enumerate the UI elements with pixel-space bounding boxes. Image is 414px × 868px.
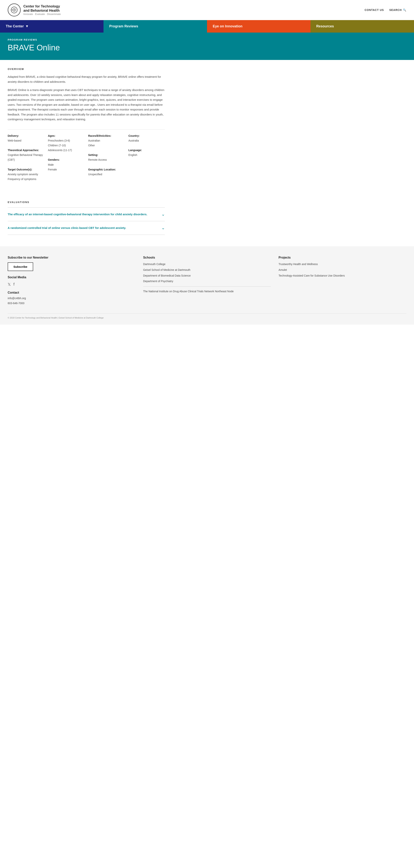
page-title: BRAVE Online bbox=[8, 43, 406, 52]
target-value-2: Frequency of symptoms bbox=[8, 177, 44, 182]
delivery-label: Delivery: bbox=[8, 133, 44, 138]
theoretical-value: Cognitive Behavioral Therapy (CBT) bbox=[8, 153, 44, 162]
contact-label: Contact bbox=[8, 291, 136, 294]
setting-label: Setting: bbox=[88, 153, 125, 157]
footer-grid: Subscribe to our Newsletter Subscribe So… bbox=[8, 256, 406, 306]
schools-title: Schools bbox=[143, 256, 271, 259]
country-value: Australia bbox=[128, 138, 165, 143]
logo-icon bbox=[8, 3, 21, 17]
genders-value-1: Male bbox=[48, 162, 84, 167]
evaluations-section-title: Evaluations bbox=[8, 201, 165, 204]
logo-text: Center for Technologyand Behavioral Heal… bbox=[23, 4, 61, 15]
chevron-down-icon-2: ⌄ bbox=[161, 225, 165, 230]
target-label: Target Outcome(s): bbox=[8, 167, 44, 172]
detail-ages: Ages: Preschoolers (3-6) Children (7-10)… bbox=[48, 133, 84, 182]
site-footer: Subscribe to our Newsletter Subscribe So… bbox=[0, 246, 414, 324]
nav-label-the-center: The Center bbox=[6, 24, 24, 28]
school-link-2[interactable]: Geisel School of Medicine at Dartmouth bbox=[143, 268, 271, 272]
evaluation-link-2[interactable]: A randomized controlled trial of online … bbox=[8, 226, 161, 230]
chevron-down-icon-1: ⌄ bbox=[161, 212, 165, 217]
footer-col-projects: Projects Trustworthy Health and Wellness… bbox=[278, 256, 406, 306]
footer-col-schools: Schools Dartmouth College Geisel School … bbox=[143, 256, 271, 306]
nav-item-eye-on-innovation[interactable]: Eye on Innovation bbox=[207, 20, 310, 33]
ages-label: Ages: bbox=[48, 133, 84, 138]
school-link-5[interactable]: The National Institute on Drug Abuse Cli… bbox=[143, 289, 271, 293]
header-navigation: CONTACT US SEARCH 🔍 bbox=[364, 8, 406, 11]
nav-label-program-reviews: Program Reviews bbox=[109, 24, 138, 28]
language-label: Language: bbox=[128, 148, 165, 153]
dropdown-arrow-icon: ▼ bbox=[25, 24, 29, 28]
footer-col-newsletter: Subscribe to our Newsletter Subscribe So… bbox=[8, 256, 136, 306]
setting-value: Remote Access bbox=[88, 157, 125, 162]
contact-us-link[interactable]: CONTACT US bbox=[364, 8, 384, 11]
detail-races: Races/Ethnicities: Australian Other Sett… bbox=[88, 133, 125, 182]
geographic-label: Geographic Location: bbox=[88, 167, 125, 172]
overview-paragraph-2: BRAVE Online is a trans-diagnostic progr… bbox=[8, 88, 165, 122]
projects-title: Projects bbox=[278, 256, 406, 259]
search-label: SEARCH bbox=[389, 8, 402, 11]
twitter-icon[interactable]: 𝕏 bbox=[8, 282, 11, 287]
search-button[interactable]: SEARCH 🔍 bbox=[389, 8, 406, 11]
overview-paragraph-1: Adapted from BRAVE, a clinic-based cogni… bbox=[8, 74, 165, 84]
contact-email: info@c4tbh.org bbox=[8, 296, 136, 301]
hero-section: Program Reviews BRAVE Online bbox=[0, 33, 414, 60]
project-link-3[interactable]: Technology-Assisted Care for Substance U… bbox=[278, 274, 406, 278]
project-link-1[interactable]: Trustworthy Health and Wellness bbox=[278, 262, 406, 266]
nav-label-resources: Resources bbox=[316, 24, 334, 28]
contact-phone: 603-646-7000 bbox=[8, 301, 136, 306]
delivery-value: Web-based bbox=[8, 138, 44, 143]
main-navigation: The Center ▼ Program Reviews Eye on Inno… bbox=[0, 20, 414, 33]
school-link-1[interactable]: Dartmouth College bbox=[143, 262, 271, 266]
main-content: Overview Adapted from BRAVE, a clinic-ba… bbox=[0, 60, 173, 193]
social-media-title: Social Media bbox=[8, 276, 136, 279]
details-grid: Delivery: Web-based Theoretical Approach… bbox=[8, 129, 165, 182]
races-label: Races/Ethnicities: bbox=[88, 133, 125, 138]
nav-item-resources[interactable]: Resources bbox=[310, 20, 414, 33]
genders-value-2: Female bbox=[48, 167, 84, 172]
subscribe-button[interactable]: Subscribe bbox=[8, 262, 33, 271]
races-value-1: Australian bbox=[88, 138, 125, 143]
nav-item-program-reviews[interactable]: Program Reviews bbox=[104, 20, 207, 33]
nav-item-the-center[interactable]: The Center ▼ bbox=[0, 20, 104, 33]
site-header: Center for Technologyand Behavioral Heal… bbox=[0, 0, 414, 20]
country-label: Country: bbox=[128, 133, 165, 138]
nav-label-eye-on-innovation: Eye on Innovation bbox=[213, 24, 242, 28]
ages-value-1: Preschoolers (3-6) bbox=[48, 138, 84, 143]
overview-section-title: Overview bbox=[8, 68, 165, 70]
races-value-2: Other bbox=[88, 143, 125, 148]
evaluations-section: Evaluations The efficacy of an internet-… bbox=[0, 193, 173, 246]
search-icon: 🔍 bbox=[403, 8, 406, 11]
copyright: © 2018 Center for Technology and Behavio… bbox=[8, 313, 406, 319]
newsletter-title: Subscribe to our Newsletter bbox=[8, 256, 136, 259]
target-value-1: Anxiety symptom severity bbox=[8, 172, 44, 177]
logo-title: Center for Technologyand Behavioral Heal… bbox=[23, 4, 61, 13]
school-link-3[interactable]: Department of Biomedical Data Science bbox=[143, 274, 271, 278]
evaluation-link-1[interactable]: The efficacy of an internet-based cognit… bbox=[8, 212, 161, 217]
geographic-value: Unspecified bbox=[88, 172, 125, 177]
svg-point-2 bbox=[13, 9, 15, 10]
breadcrumb: Program Reviews bbox=[8, 38, 406, 41]
school-link-4[interactable]: Department of Psychiatry bbox=[143, 279, 271, 283]
evaluation-item-2[interactable]: A randomized controlled trial of online … bbox=[8, 221, 165, 235]
logo-subtitle: Innovate · Evaluate · Disseminate bbox=[23, 13, 61, 16]
detail-country: Country: Australia Language: English bbox=[128, 133, 165, 182]
evaluation-item-1[interactable]: The efficacy of an internet-based cognit… bbox=[8, 208, 165, 221]
project-link-2[interactable]: Amulet bbox=[278, 268, 406, 272]
genders-label: Genders: bbox=[48, 157, 84, 162]
ages-value-2: Children (7-10) bbox=[48, 143, 84, 148]
ages-value-3: Adolescents (11-17) bbox=[48, 148, 84, 153]
detail-delivery: Delivery: Web-based Theoretical Approach… bbox=[8, 133, 44, 182]
social-icons: 𝕏 f bbox=[8, 282, 136, 287]
facebook-icon[interactable]: f bbox=[13, 282, 14, 287]
theoretical-label: Theoretical Approaches: bbox=[8, 148, 44, 153]
language-value: English bbox=[128, 153, 165, 157]
logo-area: Center for Technologyand Behavioral Heal… bbox=[8, 3, 61, 17]
